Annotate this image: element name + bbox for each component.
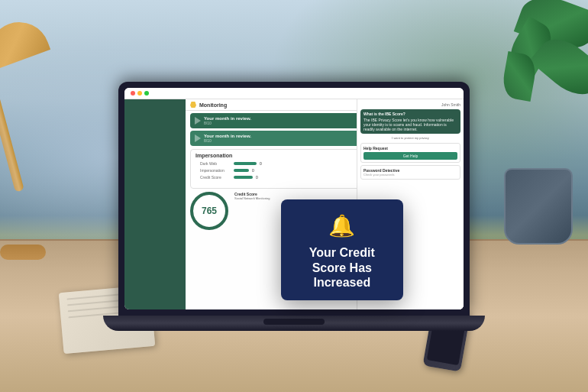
lamp-base [0,245,46,260]
notification-content-2: Your month in review. 8/10 [204,134,251,143]
popup-bell-container: 🔔 [328,212,356,239]
monitoring-title: Monitoring [199,102,227,108]
help-title: Help Request [363,146,457,151]
privacy-button-text[interactable]: I want to protect my privacy [360,136,460,140]
credit-score-info: Credit Score Social Network Monitoring [234,192,270,230]
notification-sub-2: 8/10 [204,138,251,143]
ibe-score-message: What is the IBE Score? The IBE Privacy S… [360,109,460,134]
window-controls [131,91,149,96]
get-help-button[interactable]: Get Help [363,152,457,160]
lamp-head [0,14,50,70]
row-value-1: 0 [260,161,262,166]
plant-jar [504,168,573,245]
maximize-button[interactable] [144,91,149,96]
plant-leaves [481,0,588,153]
desk-lamp [0,15,115,306]
bell-notification-icon: 🔔 [328,213,355,238]
password-detective-section: Password Detective Check your passwords [360,165,460,180]
row-label-1: Dark Web [200,161,231,166]
chat-user-name: John Smith [360,102,460,107]
main-scene: Monitoring 1 Archived Your month in revi… [0,0,588,392]
notification-arrow-icon [195,117,201,125]
notification-popup-text: Your Credit Score Has Increased [292,245,393,290]
bar-3 [234,176,253,179]
social-network-label: Social Network Monitoring [234,196,270,200]
notification-sub-1: 8/10 [204,121,251,125]
password-subtitle: Check your passwords [363,173,457,177]
row-value-2: 0 [252,168,254,173]
laptop-base [103,316,485,331]
row-label-2: Impersonation [200,168,231,173]
ibe-description: The IBE Privacy Score let's you know how… [363,118,457,131]
close-button[interactable] [131,91,135,96]
help-request-section: Help Request Get Help [360,143,460,163]
row-value-3: 0 [256,175,258,180]
bell-icon [190,102,196,108]
notification-content-1: Your month in review. 8/10 [204,116,251,125]
minimize-button[interactable] [137,91,142,96]
app-sidebar [124,99,186,309]
bar-1 [234,162,257,165]
notification-popup: 🔔 Your Credit Score Has Increased [281,199,403,300]
monitoring-header-left: Monitoring [190,102,227,108]
bar-2 [234,169,249,172]
credit-score-circle: 765 [190,192,228,230]
row-label-3: Credit Score [200,175,231,180]
ibe-title: What is the IBE Score? [363,112,457,116]
browser-header [124,88,464,99]
credit-score-value: 765 [202,206,217,216]
notification-arrow-icon-2 [195,134,201,142]
